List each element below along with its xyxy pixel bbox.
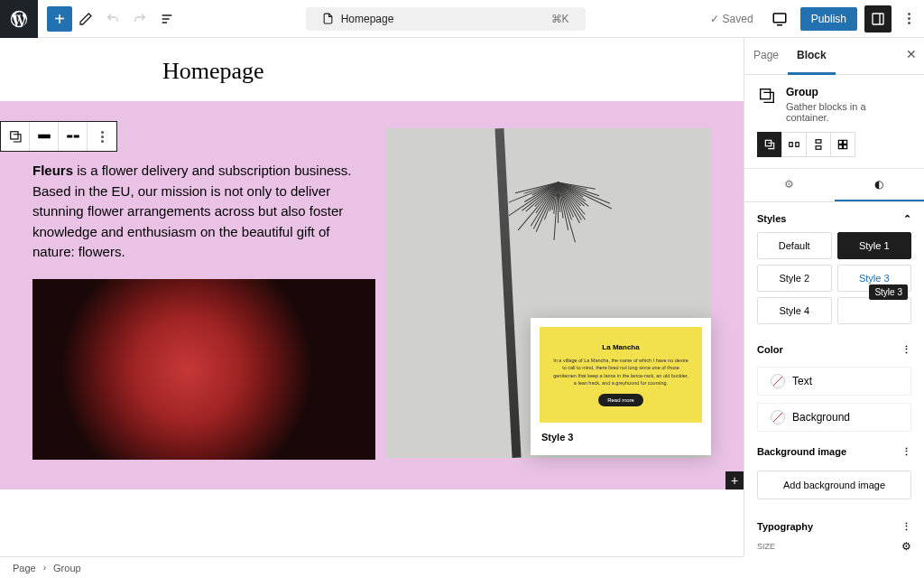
style-preview-card: La Mancha In a village of La Mancha, the…: [531, 318, 711, 455]
block-name: Group: [786, 86, 911, 98]
background-color-swatch-icon: [771, 410, 785, 424]
top-toolbar: + Homepage ⌘K ✓ Saved Publish: [0, 0, 924, 38]
redo-icon[interactable]: [128, 7, 152, 31]
svg-rect-6: [761, 89, 771, 99]
block-more-icon[interactable]: [88, 122, 116, 151]
add-block-button[interactable]: +: [47, 6, 72, 32]
layout-grid-icon[interactable]: [830, 132, 855, 157]
style-variations: Default Style 1 Style 2 Style 3 Style 4 …: [744, 232, 924, 333]
bg-image-options-icon[interactable]: ⋮: [901, 446, 911, 458]
styles-subtab-icon[interactable]: ◐: [835, 169, 925, 201]
svg-rect-1: [873, 14, 883, 24]
wordpress-logo-icon[interactable]: [0, 0, 38, 38]
breadcrumb: Page › Group: [0, 556, 744, 578]
background-color-row[interactable]: Background: [757, 403, 911, 432]
settings-panel-toggle-icon[interactable]: [864, 5, 892, 33]
svg-rect-10: [816, 140, 821, 144]
background-color-label: Background: [792, 411, 850, 424]
justify-icon[interactable]: [59, 122, 88, 151]
svg-rect-2: [10, 132, 17, 139]
svg-rect-4: [67, 135, 72, 138]
preview-style-label: Style 3: [540, 432, 702, 446]
svg-rect-9: [796, 143, 799, 147]
add-background-image-button[interactable]: Add background image: [757, 471, 911, 499]
page-icon: [322, 13, 334, 24]
block-toolbar: [0, 121, 117, 152]
size-label: SIZE: [744, 542, 788, 551]
group-block[interactable]: About Us Fleurs is a flower delivery and…: [0, 101, 744, 489]
styles-header: Styles: [757, 213, 786, 225]
color-header: Color: [757, 344, 783, 356]
add-block-corner-button[interactable]: +: [725, 471, 744, 489]
intro-paragraph[interactable]: Fleurs is a flower delivery and subscrip…: [32, 161, 375, 263]
tab-page[interactable]: Page: [744, 38, 788, 74]
svg-rect-8: [790, 143, 793, 147]
crumb-page[interactable]: Page: [13, 563, 36, 573]
bg-image-header: Background image: [757, 446, 846, 458]
close-sidebar-icon[interactable]: ✕: [906, 47, 917, 61]
settings-sidebar: Page Block ✕ Group Gather blocks in a co…: [744, 38, 924, 556]
preview-title: La Mancha: [552, 343, 689, 351]
svg-rect-5: [73, 135, 79, 138]
preview-text: In a village of La Mancha, the name of w…: [552, 357, 689, 387]
list-view-icon[interactable]: [155, 7, 179, 31]
crumb-block[interactable]: Group: [53, 563, 81, 573]
style-1-button[interactable]: Style 1: [837, 232, 912, 259]
svg-rect-0: [773, 14, 786, 23]
color-options-icon[interactable]: ⋮: [901, 344, 911, 356]
styles-collapse-icon[interactable]: ⌃: [903, 213, 911, 225]
style-tooltip: Style 3: [869, 284, 908, 300]
saved-status: ✓ Saved: [710, 13, 753, 25]
document-title-pill[interactable]: Homepage ⌘K: [306, 7, 586, 31]
block-description: Gather blocks in a container.: [786, 101, 911, 123]
layout-stack-icon[interactable]: [806, 132, 831, 157]
command-shortcut: ⌘K: [551, 13, 569, 25]
flower-image-left[interactable]: [32, 279, 375, 460]
text-color-swatch-icon: [771, 374, 785, 388]
more-options-icon[interactable]: [895, 5, 922, 33]
editor-canvas[interactable]: Homepage About Us Fleurs is a flower del…: [0, 38, 744, 556]
page-title[interactable]: Homepage: [162, 58, 744, 85]
style-preview-content: La Mancha In a village of La Mancha, the…: [540, 327, 702, 423]
svg-rect-15: [844, 145, 847, 149]
svg-rect-3: [38, 135, 51, 139]
preview-readmore-button: Read more: [598, 394, 643, 406]
style-2-button[interactable]: Style 2: [757, 265, 832, 292]
text-color-row[interactable]: Text: [757, 367, 911, 396]
layout-group-icon[interactable]: [757, 132, 782, 157]
preview-icon[interactable]: [766, 5, 793, 33]
style-5-button[interactable]: [837, 297, 912, 324]
style-4-button[interactable]: Style 4: [757, 297, 832, 324]
layout-row-icon[interactable]: [781, 132, 807, 157]
edit-icon[interactable]: [74, 7, 97, 31]
svg-rect-13: [844, 140, 847, 144]
block-info: Group Gather blocks in a container.: [744, 75, 924, 169]
text-color-label: Text: [792, 375, 812, 387]
chevron-right-icon: ›: [43, 563, 46, 573]
tab-block[interactable]: Block: [788, 38, 836, 75]
svg-rect-12: [838, 140, 842, 144]
undo-icon[interactable]: [101, 7, 125, 31]
group-icon: [757, 86, 777, 106]
svg-rect-11: [816, 146, 821, 150]
group-block-icon[interactable]: [1, 122, 30, 151]
publish-button[interactable]: Publish: [800, 7, 857, 31]
document-title: Homepage: [341, 13, 394, 25]
svg-rect-14: [838, 145, 842, 149]
size-custom-icon[interactable]: ⚙: [901, 540, 911, 553]
style-default-button[interactable]: Default: [757, 232, 832, 259]
settings-subtab-icon[interactable]: ⚙: [744, 169, 835, 201]
typography-options-icon[interactable]: ⋮: [901, 521, 911, 533]
typography-header: Typography: [757, 521, 813, 533]
align-full-icon[interactable]: [30, 122, 59, 151]
